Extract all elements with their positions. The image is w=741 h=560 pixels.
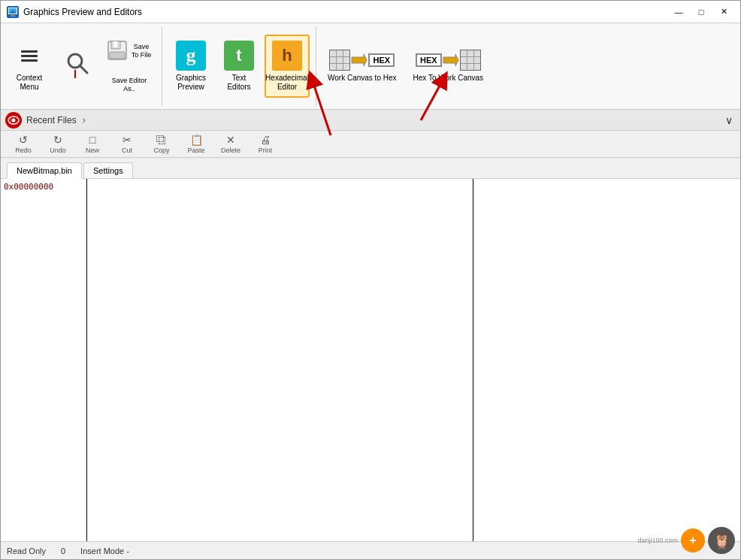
- right-arrow-icon: [350, 51, 368, 69]
- redo-button[interactable]: ↺ Redo: [7, 133, 40, 156]
- save-to-file-button[interactable]: Save To File: [103, 35, 156, 68]
- grid-icon-2: [460, 50, 481, 71]
- context-menu-button[interactable]: ContextMenu: [7, 35, 52, 97]
- search-button[interactable]: [55, 36, 100, 96]
- status-bar: Read Only 0 Insert Mode -: [1, 541, 740, 559]
- recent-files-bar: Recent Files › ∨: [1, 110, 740, 131]
- save-editor-as-label: Save Editor As..: [107, 77, 152, 93]
- right-arrow-icon-2: [442, 51, 460, 69]
- context-menu-label: ContextMenu: [17, 74, 42, 92]
- hex-badge-1: HEX: [368, 53, 395, 67]
- hex-editor-label: HexadecimalEditor: [265, 74, 309, 92]
- hex-to-work-canvas-label: Hex To Work Canvas: [413, 74, 484, 83]
- redo-label: Redo: [15, 147, 32, 154]
- undo-label: Undo: [50, 147, 66, 154]
- context-menu-icon: [14, 41, 44, 71]
- ribbon-group-file: ContextMenu: [7, 26, 162, 106]
- graphics-preview-button[interactable]: g GraphicsPreview: [168, 35, 213, 97]
- save-icon: [107, 40, 128, 63]
- svg-point-15: [12, 118, 16, 122]
- text-editors-button[interactable]: t TextEditors: [216, 35, 262, 97]
- eye-icon: [5, 112, 22, 129]
- paste-button[interactable]: 📋 Paste: [180, 133, 213, 156]
- watermark-owl-icon: 🦉: [708, 527, 735, 554]
- status-value: 0: [61, 546, 65, 555]
- cut-label: Cut: [122, 147, 132, 154]
- hex-data-panel[interactable]: [87, 179, 473, 541]
- window-title: Graphics Preview and Editors: [23, 7, 142, 17]
- hex-address-panel[interactable]: 0x00000000: [1, 179, 87, 541]
- titlebar-left: Graphics Preview and Editors: [7, 6, 142, 18]
- hex-badge-2: HEX: [416, 53, 442, 67]
- recent-files-label[interactable]: Recent Files: [26, 115, 77, 126]
- tab-settings[interactable]: Settings: [83, 162, 133, 178]
- status-read-only: Read Only: [7, 546, 46, 555]
- work-canvas-to-hex-button[interactable]: HEX Work Canvas to Hex: [322, 46, 402, 86]
- watermark-url: danji100.com: [637, 537, 678, 544]
- text-editors-label: TextEditors: [227, 74, 250, 92]
- tab-newbitmap[interactable]: NewBitmap.bin: [7, 162, 82, 179]
- save-editor-as-button[interactable]: Save Editor As..: [103, 71, 156, 98]
- paste-label: Paste: [187, 147, 204, 154]
- svg-line-6: [80, 65, 87, 73]
- ribbon: ContextMenu: [1, 23, 740, 110]
- ribbon-group-editors: g GraphicsPreview t TextEditors h Hexade…: [168, 26, 316, 106]
- edit-toolbar: ↺ Redo ↻ Undo □ New ✂ Cut ⿻ Copy 📋 Paste…: [1, 131, 740, 158]
- cut-button[interactable]: ✂ Cut: [110, 133, 144, 156]
- search-icon: [62, 50, 92, 80]
- watermark-plus-icon: +: [681, 528, 705, 552]
- hex-editor-button[interactable]: h HexadecimalEditor: [265, 35, 310, 98]
- canvas-to-hex-icon: HEX: [329, 50, 395, 71]
- redo-icon: ↺: [19, 134, 28, 146]
- app-icon: [7, 6, 19, 18]
- new-button[interactable]: □ New: [76, 133, 109, 156]
- svg-marker-13: [443, 54, 458, 66]
- editor-area: 0x00000000: [1, 179, 740, 541]
- recent-files-arrow[interactable]: ›: [83, 115, 86, 126]
- minimize-button[interactable]: —: [668, 5, 689, 20]
- delete-button[interactable]: ✕ Delete: [214, 133, 247, 156]
- hamburger-line-1: [21, 50, 38, 53]
- titlebar: Graphics Preview and Editors — □ ✕: [1, 1, 740, 23]
- main-window: Graphics Preview and Editors — □ ✕ Conte…: [0, 0, 741, 560]
- watermark: danji100.com + 🦉: [637, 527, 735, 554]
- copy-label: Copy: [153, 147, 169, 154]
- hamburger-line-2: [21, 55, 38, 57]
- print-label: Print: [259, 147, 273, 154]
- recent-files-dropdown[interactable]: ∨: [722, 114, 736, 126]
- work-canvas-to-hex-label: Work Canvas to Hex: [328, 74, 397, 83]
- save-to-file-label: Save To File: [131, 43, 152, 59]
- hex-editor-icon: h: [272, 41, 302, 71]
- graphics-preview-icon: g: [176, 41, 206, 71]
- graphics-preview-label: GraphicsPreview: [176, 74, 206, 92]
- copy-button[interactable]: ⿻ Copy: [145, 133, 178, 156]
- print-button[interactable]: 🖨 Print: [249, 133, 282, 156]
- svg-rect-10: [113, 41, 117, 47]
- close-button[interactable]: ✕: [713, 5, 734, 20]
- text-panel[interactable]: [473, 179, 740, 541]
- print-icon: 🖨: [260, 134, 271, 146]
- hex-address-value: 0x00000000: [4, 182, 83, 192]
- hamburger-line-3: [21, 59, 38, 62]
- hex-to-work-canvas-button[interactable]: HEX Hex To Work Canvas: [408, 46, 489, 86]
- copy-icon: ⿻: [156, 134, 167, 146]
- svg-marker-12: [352, 54, 367, 66]
- hex-to-canvas-icon: HEX: [416, 50, 481, 71]
- maximize-button[interactable]: □: [691, 5, 712, 20]
- ribbon-group-convert: HEX Work Canvas to Hex HEX Hex To Wo: [322, 46, 488, 86]
- svg-rect-11: [110, 52, 125, 59]
- undo-button[interactable]: ↻ Undo: [41, 133, 74, 156]
- svg-rect-4: [11, 15, 15, 17]
- tabs-bar: NewBitmap.bin Settings: [1, 158, 740, 179]
- delete-icon: ✕: [226, 134, 235, 146]
- hamburger-icon: [19, 50, 40, 62]
- titlebar-controls: — □ ✕: [668, 5, 734, 20]
- status-insert-mode: Insert Mode -: [80, 546, 129, 555]
- editor-content: 0x00000000: [1, 179, 740, 541]
- text-editors-icon: t: [224, 41, 254, 71]
- undo-icon: ↻: [53, 134, 62, 146]
- new-label: New: [86, 147, 99, 154]
- paste-icon: 📋: [190, 134, 203, 146]
- cut-icon: ✂: [122, 134, 132, 146]
- new-icon: □: [89, 134, 95, 146]
